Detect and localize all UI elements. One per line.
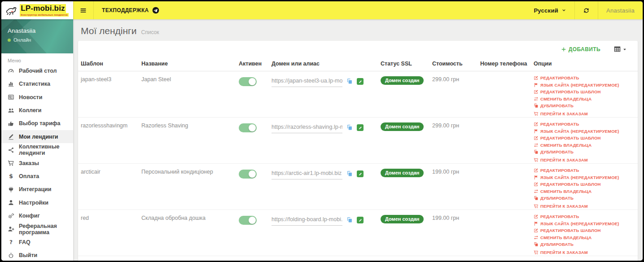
option-язык-сайта-нередактируемое-[interactable]: ЯЗЫК САЙТА (НЕРЕДАКТИРУЕМОЕ) xyxy=(534,129,634,134)
option-дублировать[interactable]: ДУБЛИРОВАТЬ xyxy=(534,196,634,201)
copy-domain-icon[interactable] xyxy=(346,78,353,84)
sidebar: Anastasiia Онлайн Меню Рабочий столСтати… xyxy=(1,19,73,262)
cell-name: Персональний кондиціонер xyxy=(141,164,239,210)
cell-ssl-status: Домен создан xyxy=(381,164,432,210)
caret-down-icon xyxy=(622,47,627,52)
sidebar-item-logout[interactable]: Выйти xyxy=(1,249,73,262)
column-header: Стоимость xyxy=(432,57,480,71)
edit-icon xyxy=(534,135,539,140)
user-plus-icon xyxy=(8,226,14,232)
sidebar-item-faq[interactable]: ?FAQ xyxy=(1,236,73,249)
option-дублировать[interactable]: ДУБЛИРОВАТЬ xyxy=(534,242,634,247)
edit-domain-icon[interactable] xyxy=(357,78,364,85)
sidebar-item-referral[interactable]: Реферальная программа xyxy=(1,223,73,236)
copy-domain-icon[interactable] xyxy=(346,170,353,177)
sidebar-item-label: Реферальная программа xyxy=(19,223,73,236)
brand-name: LP-mobi.biz xyxy=(20,4,66,13)
option-язык-сайта-нередактируемое-[interactable]: ЯЗЫК САЙТА (НЕРЕДАКТИРУЕМОЕ) xyxy=(534,221,634,226)
cell-template: razorlessshavingm xyxy=(81,118,141,163)
plus-icon xyxy=(561,47,566,52)
domain-input[interactable] xyxy=(272,169,342,179)
option-перейти-к-заказам[interactable]: ПЕРЕЙТИ К ЗАКАЗАМ xyxy=(534,110,634,117)
domain-input[interactable] xyxy=(272,215,342,226)
sidebar-item-my-landings[interactable]: Мои лендинги xyxy=(1,130,73,143)
sidebar-item-tariff[interactable]: Выбор тарифа xyxy=(1,117,73,130)
refresh-button[interactable] xyxy=(575,1,598,19)
cell-domain xyxy=(272,164,381,210)
option-перейти-к-заказам[interactable]: ПЕРЕЙТИ К ЗАКАЗАМ xyxy=(534,203,634,210)
sidebar-item-orders[interactable]: Заказы xyxy=(1,157,73,170)
domain-input[interactable] xyxy=(272,122,342,133)
option-редактировать-шаблон[interactable]: РЕДАКТИРОВАТЬ ШАБЛОН xyxy=(534,182,634,187)
table-row: arcticairПерсональний кондиціонерДомен с… xyxy=(78,164,638,210)
cell-phone xyxy=(480,118,534,163)
option-редактировать-шаблон[interactable]: РЕДАКТИРОВАТЬ ШАБЛОН xyxy=(534,228,634,233)
option-язык-сайта-нередактируемое-[interactable]: ЯЗЫК САЙТА (НЕРЕДАКТИРУЕМОЕ) xyxy=(534,83,634,87)
sidebar-item-payment[interactable]: $Оплата xyxy=(1,170,73,183)
sidebar-item-statistics[interactable]: Статистика xyxy=(1,78,73,91)
option-перейти-к-заказам[interactable]: ПЕРЕЙТИ К ЗАКАЗАМ xyxy=(534,249,634,256)
option-редактировать[interactable]: РЕДАКТИРОВАТЬ xyxy=(534,260,634,262)
user-menu[interactable]: Anastasiia xyxy=(598,1,643,19)
edit-domain-icon[interactable] xyxy=(357,170,364,177)
option-редактировать[interactable]: РЕДАКТИРОВАТЬ xyxy=(534,168,634,173)
domain-input[interactable] xyxy=(272,76,342,87)
sidebar-item-colleagues[interactable]: Коллеги xyxy=(1,104,73,117)
edit-icon xyxy=(534,75,539,80)
copy-domain-icon[interactable] xyxy=(346,217,353,223)
column-header: Домен или алиас xyxy=(272,57,381,71)
edit-domain-icon[interactable] xyxy=(357,217,364,223)
active-toggle[interactable] xyxy=(239,216,257,225)
option-перейти-к-заказам[interactable]: ПЕРЕЙТИ К ЗАКАЗАМ xyxy=(534,157,634,163)
cell-phone xyxy=(480,256,534,262)
sidebar-toggle-button[interactable] xyxy=(73,1,93,19)
sidebar-nav: Рабочий столСтатистикаНовостиКоллегиВыбо… xyxy=(1,64,73,262)
table-view-button[interactable] xyxy=(614,46,627,52)
language-dropdown[interactable]: Русский xyxy=(526,1,574,19)
option-label: РЕДАКТИРОВАТЬ xyxy=(540,168,579,173)
sidebar-item-label: Выйти xyxy=(19,252,37,258)
option-label: ПЕРЕЙТИ К ЗАКАЗАМ xyxy=(540,204,588,209)
sidebar-item-label: Новости xyxy=(19,94,42,100)
edit-domain-icon[interactable] xyxy=(357,124,364,131)
option-язык-сайта-нередактируемое-[interactable]: ЯЗЫК САЙТА (НЕРЕДАКТИРУЕМОЕ) xyxy=(534,175,634,180)
cell-phone xyxy=(480,210,534,256)
toggle-knob xyxy=(249,217,256,224)
edit-icon xyxy=(534,168,539,173)
option-сменить-владельца[interactable]: СМЕНИТЬ ВЛАДЕЛЬЦА xyxy=(534,96,634,101)
cell-name: Складна обробна дошка xyxy=(141,210,239,256)
active-toggle[interactable] xyxy=(239,170,257,179)
sidebar-item-collective-landings[interactable]: Коллективные лендинги xyxy=(1,143,73,156)
option-дублировать[interactable]: ДУБЛИРОВАТЬ xyxy=(534,103,634,108)
column-header: Номер телефона xyxy=(480,57,534,71)
option-label: ЯЗЫК САЙТА (НЕРЕДАКТИРУЕМОЕ) xyxy=(540,83,619,87)
copy-icon xyxy=(534,103,539,108)
option-редактировать[interactable]: РЕДАКТИРОВАТЬ xyxy=(534,122,634,127)
cart-icon xyxy=(8,160,14,166)
card-toolbar: ДОБАВИТЬ xyxy=(78,41,638,57)
copy-domain-icon[interactable] xyxy=(346,124,353,131)
option-дублировать[interactable]: ДУБЛИРОВАТЬ xyxy=(534,149,634,154)
sidebar-item-settings[interactable]: Настройки xyxy=(1,196,73,209)
profile-status: Онлайн xyxy=(8,37,73,43)
gauge-icon xyxy=(8,67,14,74)
option-label: ЯЗЫК САЙТА (НЕРЕДАКТИРУЕМОЕ) xyxy=(540,129,619,134)
sidebar-item-config[interactable]: Конфиг xyxy=(1,209,73,222)
sidebar-item-dashboard[interactable]: Рабочий стол xyxy=(1,64,73,77)
cell-options: РЕДАКТИРОВАТЬЯЗЫК САЙТА (НЕРЕДАКТИРУЕМОЕ… xyxy=(534,164,638,210)
add-landing-button[interactable]: ДОБАВИТЬ xyxy=(561,46,600,52)
cart-icon xyxy=(534,203,539,210)
option-сменить-владельца[interactable]: СМЕНИТЬ ВЛАДЕЛЬЦА xyxy=(534,235,634,240)
option-сменить-владельца[interactable]: СМЕНИТЬ ВЛАДЕЛЬЦА xyxy=(534,143,634,148)
option-сменить-владельца[interactable]: СМЕНИТЬ ВЛАДЕЛЬЦА xyxy=(534,189,634,194)
option-редактировать[interactable]: РЕДАКТИРОВАТЬ xyxy=(534,75,634,80)
option-редактировать-шаблон[interactable]: РЕДАКТИРОВАТЬ ШАБЛОН xyxy=(534,89,634,94)
active-toggle[interactable] xyxy=(239,77,257,86)
logo[interactable]: LP-mobi.biz Конструктор мобильных лендин… xyxy=(1,1,73,19)
option-редактировать[interactable]: РЕДАКТИРОВАТЬ xyxy=(534,214,634,219)
support-button[interactable]: ТЕХПОДДЕРЖКА xyxy=(94,1,167,19)
sidebar-item-integrations[interactable]: Интеграции xyxy=(1,183,73,196)
active-toggle[interactable] xyxy=(239,123,257,132)
sidebar-item-news[interactable]: Новости xyxy=(1,91,73,104)
option-редактировать-шаблон[interactable]: РЕДАКТИРОВАТЬ ШАБЛОН xyxy=(534,135,634,140)
